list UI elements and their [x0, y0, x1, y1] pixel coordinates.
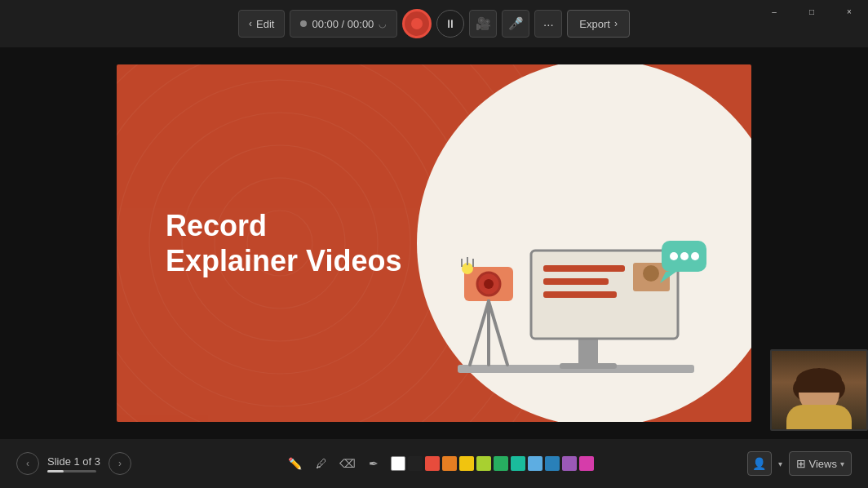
- svg-point-21: [484, 279, 494, 289]
- close-button[interactable]: ×: [830, 0, 868, 23]
- color-orange[interactable]: [442, 456, 457, 471]
- color-purple[interactable]: [562, 456, 577, 471]
- svg-rect-14: [543, 265, 625, 272]
- color-teal[interactable]: [511, 456, 525, 471]
- maximize-icon: □: [809, 7, 814, 16]
- top-toolbar: ‹ Edit 00:00 / 00:00 ◡ ⏸ 🎥 🎤 ··· Export …: [0, 0, 868, 47]
- slide-progress-bar: [47, 470, 96, 472]
- svg-rect-11: [578, 336, 598, 365]
- person-hair: [796, 368, 842, 393]
- slide-background: Record Explainer Videos: [117, 64, 751, 422]
- person-icon: 👤: [752, 457, 766, 470]
- svg-line-26: [470, 301, 489, 365]
- illustration: [409, 169, 719, 414]
- highlighter-icon: ✒: [369, 457, 379, 470]
- slide-counter-text: Slide 1 of 3: [47, 455, 100, 468]
- slide-title-line1: Record: [166, 208, 401, 243]
- pen-tool-1[interactable]: ✏️: [285, 453, 306, 474]
- webcam-overlay: [770, 349, 868, 431]
- camera-icon: 🎥: [476, 16, 491, 31]
- more-icon: ···: [543, 17, 554, 31]
- svg-point-18: [643, 265, 659, 282]
- pen1-icon: ✏️: [288, 457, 302, 470]
- color-blue-light[interactable]: [528, 456, 542, 471]
- color-red[interactable]: [425, 456, 440, 471]
- record-button[interactable]: [402, 9, 432, 38]
- bottom-toolbar: ‹ Slide 1 of 3 › ✏️ 🖊 ⌫ ✒: [0, 439, 868, 488]
- slide-title-line2: Explainer Videos: [166, 243, 401, 278]
- prev-arrow-icon: ‹: [26, 458, 29, 469]
- pen-tool-2[interactable]: 🖊: [311, 453, 332, 474]
- prev-slide-button[interactable]: ‹: [16, 452, 39, 475]
- color-lime[interactable]: [476, 456, 491, 471]
- maximize-button[interactable]: □: [793, 0, 830, 23]
- right-controls: 👤 ▾ ⊞ Views ▾: [747, 451, 852, 476]
- svg-rect-16: [543, 291, 617, 298]
- svg-point-31: [670, 252, 678, 260]
- mic-icon: 🎤: [508, 16, 524, 31]
- chevron-right-icon: ›: [614, 18, 618, 29]
- next-slide-button[interactable]: ›: [108, 452, 131, 475]
- minimize-button[interactable]: –: [755, 0, 793, 23]
- export-button[interactable]: Export ›: [567, 10, 630, 38]
- window-controls: – □ ×: [755, 0, 868, 23]
- edit-label: Edit: [256, 18, 274, 30]
- recording-dot: [300, 20, 307, 27]
- record-icon: [411, 18, 423, 29]
- pause-icon: ⏸: [445, 17, 456, 30]
- color-picker: [391, 456, 594, 471]
- slide-container: Record Explainer Videos: [117, 64, 751, 422]
- export-label: Export: [579, 18, 610, 30]
- eraser-tool[interactable]: ⌫: [337, 453, 358, 474]
- close-icon: ×: [847, 7, 852, 16]
- views-button[interactable]: ⊞ Views ▾: [789, 451, 852, 476]
- color-pink[interactable]: [579, 456, 594, 471]
- chevron-left-icon: ‹: [249, 18, 252, 29]
- slide-progress-fill: [47, 470, 64, 472]
- eraser-icon: ⌫: [339, 457, 356, 470]
- slide-navigation: ‹ Slide 1 of 3 ›: [16, 452, 131, 475]
- drawing-tools-group: ✏️ 🖊 ⌫ ✒: [285, 453, 384, 474]
- color-black[interactable]: [408, 456, 423, 471]
- drawing-toolbar: ✏️ 🖊 ⌫ ✒: [285, 453, 594, 474]
- pause-button[interactable]: ⏸: [436, 10, 464, 38]
- camera-dropdown-chevron[interactable]: ▾: [778, 459, 782, 468]
- back-edit-button[interactable]: ‹ Edit: [238, 10, 285, 38]
- webcam-person-view: [772, 351, 866, 429]
- color-yellow[interactable]: [459, 456, 474, 471]
- camera-button[interactable]: 🎥: [469, 10, 497, 38]
- timer-text: 00:00 / 00:00: [312, 18, 374, 30]
- grid-icon: ⊞: [796, 457, 806, 470]
- camera-layout-button[interactable]: 👤: [747, 451, 772, 476]
- highlighter-tool[interactable]: ✒: [363, 453, 384, 474]
- views-chevron-icon: ▾: [840, 459, 844, 468]
- svg-point-32: [680, 252, 689, 260]
- slide-text-block: Record Explainer Videos: [166, 208, 401, 278]
- views-label: Views: [809, 458, 837, 470]
- svg-point-33: [691, 252, 699, 260]
- pen2-icon: 🖊: [316, 457, 327, 470]
- svg-line-28: [489, 301, 507, 365]
- minimize-icon: –: [772, 7, 777, 16]
- timer-expand-icon: ◡: [379, 19, 387, 29]
- color-blue[interactable]: [545, 456, 560, 471]
- mic-button[interactable]: 🎤: [502, 10, 529, 38]
- next-arrow-icon: ›: [118, 458, 122, 469]
- svg-rect-12: [560, 363, 617, 369]
- color-green[interactable]: [494, 456, 508, 471]
- person-body: [786, 405, 852, 429]
- timer-display: 00:00 / 00:00 ◡: [290, 10, 397, 38]
- more-button[interactable]: ···: [534, 10, 562, 38]
- color-white[interactable]: [391, 456, 405, 471]
- main-area: Record Explainer Videos: [0, 47, 868, 439]
- slide-title: Record Explainer Videos: [166, 208, 401, 278]
- slide-counter-block: Slide 1 of 3: [47, 455, 100, 472]
- svg-rect-15: [543, 278, 609, 285]
